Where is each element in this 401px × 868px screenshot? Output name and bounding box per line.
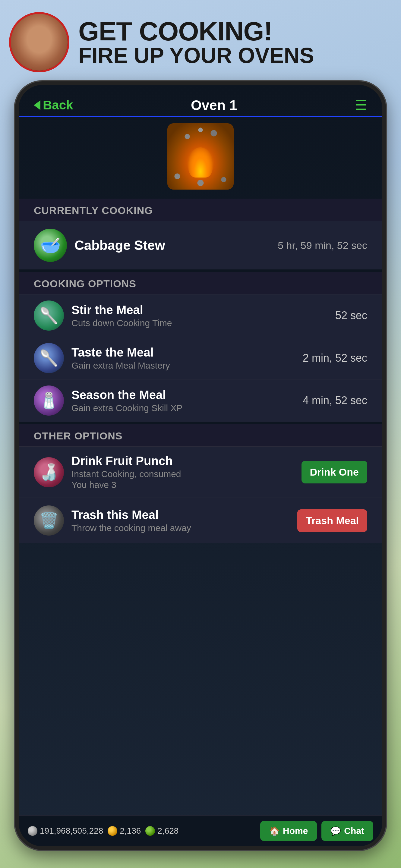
menu-icon[interactable]: ☰: [355, 98, 367, 112]
season-name: Season the Meal: [71, 388, 295, 402]
stir-meal-row[interactable]: 🥄 Stir the Meal Cuts down Cooking Time 5…: [19, 294, 382, 337]
stir-name: Stir the Meal: [71, 303, 328, 317]
silver-coin-icon: [28, 826, 37, 836]
cabbage-stew-icon: 🥣: [34, 229, 67, 262]
green-coin-icon: [145, 826, 155, 836]
trash-name: Trash this Meal: [71, 508, 290, 522]
divider-2: [19, 422, 382, 424]
season-meal-row[interactable]: 🧂 Season the Meal Gain extra Cooking Ski…: [19, 379, 382, 422]
trash-meal-button[interactable]: Trash Meal: [297, 509, 367, 532]
oven-flame: [188, 147, 213, 178]
gold-amount: 2,136: [120, 826, 141, 836]
drink-row: 🍶 Drink Fruit Punch Instant Cooking, con…: [19, 446, 382, 498]
season-time: 4 min, 52 sec: [303, 394, 367, 407]
drink-content: Drink Fruit Punch Instant Cooking, consu…: [71, 454, 294, 490]
stir-time: 52 sec: [335, 309, 367, 322]
header-text: GET COOKING! FIRE UP YOUR OVENS: [79, 18, 314, 66]
season-desc: Gain extra Cooking Skill XP: [71, 403, 295, 413]
chevron-left-icon: [34, 100, 40, 110]
season-content: Season the Meal Gain extra Cooking Skill…: [71, 388, 295, 413]
drink-icon: 🍶: [34, 457, 64, 487]
back-button[interactable]: Back: [34, 98, 73, 113]
taste-meal-row[interactable]: 🥄 Taste the Meal Gain extra Meal Mastery…: [19, 337, 382, 379]
chat-button[interactable]: 💬 Chat: [321, 821, 373, 841]
cooking-item-row: 🥣 Cabbage Stew 5 hr, 59 min, 52 sec: [19, 221, 382, 270]
stir-icon: 🥄: [34, 301, 64, 331]
avatar-face: [11, 14, 67, 70]
screen: Back Oven 1 ☰ CURRENTLY COOKING 🥣 Cabbag…: [19, 85, 382, 846]
taste-content: Taste the Meal Gain extra Meal Mastery: [71, 346, 295, 371]
nav-title: Oven 1: [191, 97, 237, 113]
silver-amount: 191,968,505,228: [40, 826, 103, 836]
silver-currency: 191,968,505,228: [28, 826, 103, 836]
currently-cooking-header: CURRENTLY COOKING: [19, 198, 382, 221]
gold-currency: 2,136: [107, 826, 141, 836]
avatar: [9, 12, 69, 72]
nav-bar: Back Oven 1 ☰: [19, 85, 382, 119]
cabbage-stew-time: 5 hr, 59 min, 52 sec: [278, 240, 367, 251]
oven-area: [19, 117, 382, 198]
home-icon: 🏠: [269, 826, 280, 836]
chat-label: Chat: [344, 826, 364, 836]
taste-icon: 🥄: [34, 343, 64, 373]
trash-content: Trash this Meal Throw the cooking meal a…: [71, 508, 290, 533]
season-icon: 🧂: [34, 385, 64, 415]
other-options-header: OTHER OPTIONS: [19, 424, 382, 446]
gold-coin-icon: [107, 826, 117, 836]
header: GET COOKING! FIRE UP YOUR OVENS: [9, 12, 392, 72]
bottom-bar: 191,968,505,228 2,136 2,628 🏠 Home 💬 Cha…: [19, 815, 382, 846]
green-amount: 2,628: [157, 826, 179, 836]
green-currency: 2,628: [145, 826, 179, 836]
drink-desc: Instant Cooking, consumed: [71, 469, 294, 479]
chat-icon: 💬: [331, 826, 341, 836]
taste-name: Taste the Meal: [71, 346, 295, 359]
drink-name: Drink Fruit Punch: [71, 454, 294, 468]
taste-desc: Gain extra Meal Mastery: [71, 361, 295, 371]
stir-desc: Cuts down Cooking Time: [71, 318, 328, 328]
trash-icon: 🗑️: [34, 505, 64, 535]
home-button[interactable]: 🏠 Home: [260, 821, 317, 841]
drink-quantity: You have 3: [71, 480, 294, 490]
header-subtitle: FIRE UP YOUR OVENS: [79, 44, 314, 66]
phone-frame: Back Oven 1 ☰ CURRENTLY COOKING 🥣 Cabbag…: [15, 82, 386, 850]
trash-desc: Throw the cooking meal away: [71, 523, 290, 533]
cooking-options-header: COOKING OPTIONS: [19, 272, 382, 294]
taste-time: 2 min, 52 sec: [303, 352, 367, 364]
divider-1: [19, 270, 382, 272]
stir-content: Stir the Meal Cuts down Cooking Time: [71, 303, 328, 328]
home-label: Home: [283, 826, 308, 836]
back-label: Back: [43, 98, 73, 113]
header-title: GET COOKING!: [79, 18, 314, 44]
content-scroll[interactable]: CURRENTLY COOKING 🥣 Cabbage Stew 5 hr, 5…: [19, 198, 382, 815]
trash-row: 🗑️ Trash this Meal Throw the cooking mea…: [19, 498, 382, 543]
cabbage-stew-name: Cabbage Stew: [74, 238, 270, 253]
oven-image: [167, 123, 234, 190]
drink-one-button[interactable]: Drink One: [302, 461, 367, 484]
